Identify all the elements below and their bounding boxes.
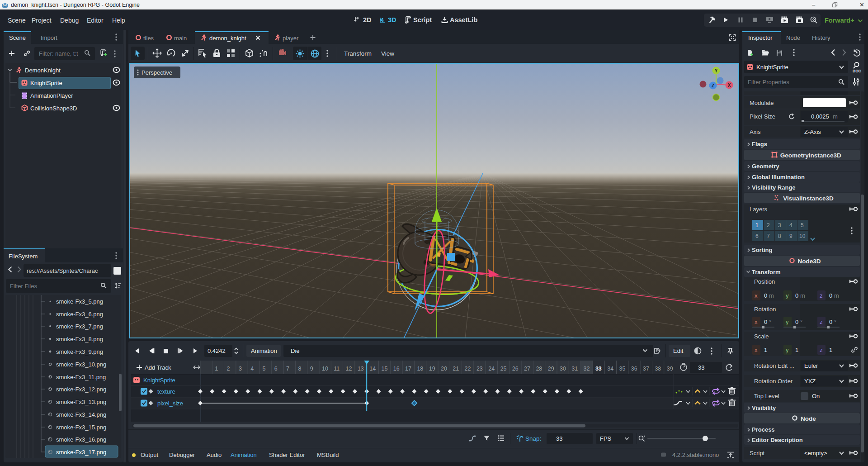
svg-text:smoke-Fx3_10.png: smoke-Fx3_10.png [56,361,106,368]
svg-text:30: 30 [560,366,566,372]
svg-text:32: 32 [584,366,590,372]
svg-text:pixel_size: pixel_size [157,400,183,407]
svg-text:1: 1 [215,366,218,372]
svg-text:6: 6 [274,366,278,372]
svg-text:KnightSprite: KnightSprite [143,377,175,384]
svg-text:31: 31 [571,366,578,372]
svg-text:9: 9 [310,366,313,372]
svg-text:19: 19 [429,366,435,372]
svg-text:18: 18 [417,366,423,372]
svg-text:15: 15 [382,366,388,372]
svg-text:35: 35 [619,366,626,372]
svg-text:11: 11 [334,366,340,372]
svg-text:21: 21 [453,366,459,372]
svg-text:10: 10 [322,366,328,372]
svg-text:texture: texture [157,388,175,395]
svg-text:14: 14 [369,366,376,372]
svg-text:smoke-Fx3_16.png: smoke-Fx3_16.png [56,436,106,443]
svg-text:smoke-Fx3_11.png: smoke-Fx3_11.png [56,374,106,380]
svg-text:Y: Y [715,68,718,73]
svg-text:3: 3 [239,366,242,372]
svg-text:24: 24 [488,366,495,372]
svg-text:4: 4 [250,366,254,372]
svg-text:25: 25 [500,366,507,372]
svg-text:20: 20 [441,366,447,372]
svg-text:13: 13 [358,366,364,372]
svg-text:22: 22 [465,366,471,372]
svg-text:smoke-Fx3_8.png: smoke-Fx3_8.png [56,336,103,342]
svg-text:29: 29 [548,366,554,372]
svg-text:smoke-Fx3_13.png: smoke-Fx3_13.png [56,399,106,405]
svg-text:DOC: DOC [853,69,861,73]
svg-text:28: 28 [536,366,542,372]
svg-text:17: 17 [405,366,411,372]
svg-text:smoke-Fx3_6.png: smoke-Fx3_6.png [56,311,103,318]
svg-text:7: 7 [286,366,289,372]
svg-text:37: 37 [643,366,649,372]
svg-text:8: 8 [298,366,301,372]
svg-text:smoke-Fx3_15.png: smoke-Fx3_15.png [56,424,106,431]
svg-text:16: 16 [393,366,400,372]
svg-text:smoke-Fx3_17.png: smoke-Fx3_17.png [56,449,106,456]
svg-text:2: 2 [227,366,230,372]
svg-text:39: 39 [667,366,673,372]
svg-text:X: X [728,83,731,88]
svg-text:33: 33 [595,366,602,372]
svg-text:smoke-Fx3_9.png: smoke-Fx3_9.png [56,348,103,355]
svg-text:33: 33 [698,364,704,371]
svg-text:smoke-Fx3_14.png: smoke-Fx3_14.png [56,411,106,418]
svg-text:27: 27 [524,366,530,372]
svg-text:36: 36 [631,366,637,372]
svg-text:smoke-Fx3_5.png: smoke-Fx3_5.png [56,298,103,305]
svg-text:smoke-Fx3_7.png: smoke-Fx3_7.png [56,323,103,330]
svg-text:26: 26 [512,366,519,372]
svg-text:12: 12 [346,366,352,372]
svg-text:Z: Z [712,83,714,88]
svg-text:Add Track: Add Track [145,364,171,371]
svg-text:smoke-Fx3_12.png: smoke-Fx3_12.png [56,386,106,393]
svg-text:38: 38 [655,366,661,372]
svg-text:34: 34 [607,366,613,372]
svg-text:5: 5 [263,366,266,372]
svg-text:23: 23 [476,366,483,372]
